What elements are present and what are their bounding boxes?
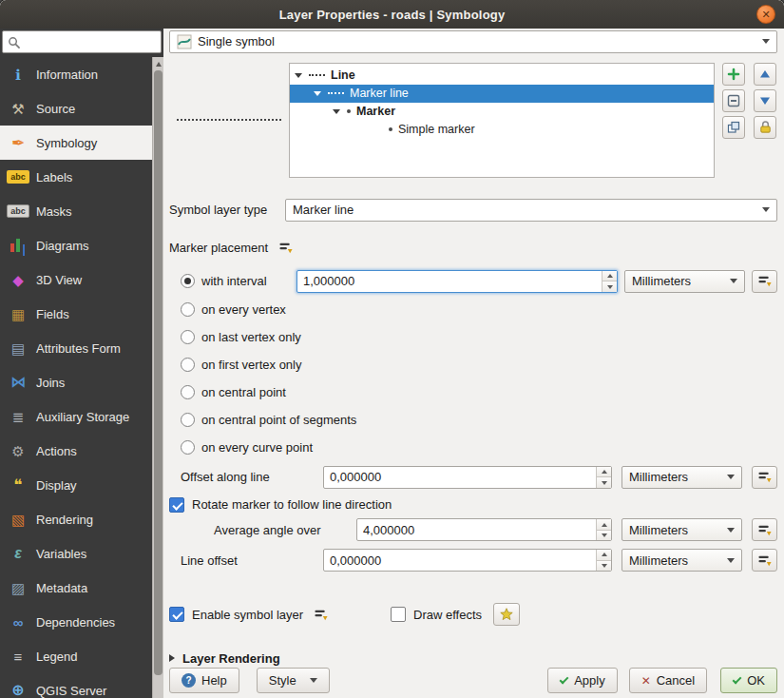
search-input[interactable] [25, 35, 156, 48]
data-defined-override-icon[interactable] [276, 240, 295, 257]
expander-icon[interactable] [294, 73, 303, 78]
apply-button[interactable]: Apply [547, 668, 618, 693]
offset-along-line-spinbox[interactable] [323, 466, 612, 489]
sidebar-item-masks[interactable]: abcMasks [0, 194, 152, 228]
remove-symbol-layer-button[interactable] [722, 89, 745, 112]
enable-symbol-layer-checkbox[interactable] [169, 607, 184, 622]
sidebar-scrollbar[interactable] [152, 57, 163, 698]
scroll-up-icon[interactable] [156, 62, 162, 67]
sidebar-item-variables[interactable]: εVariables [0, 536, 152, 571]
display-icon: ❝ [7, 475, 29, 495]
average-angle-unit-combo[interactable]: Millimeters [621, 518, 742, 541]
window-title: Layer Properties - roads | Symbology [279, 8, 506, 22]
interval-data-defined-button[interactable] [752, 270, 777, 293]
spin-up-button[interactable] [597, 519, 611, 530]
sidebar-item-actions[interactable]: ⚙Actions [0, 434, 152, 468]
tree-item-marker[interactable]: Marker [290, 103, 714, 121]
radio-on-first-vertex-only[interactable] [181, 358, 195, 372]
line-offset-data-defined-button[interactable] [752, 549, 777, 572]
interval-input[interactable] [297, 271, 602, 292]
spinner-buttons [596, 550, 611, 571]
symbology-icon: ✒ [7, 132, 29, 153]
sidebar-item-auxiliary-storage[interactable]: ≣Auxiliary Storage [0, 399, 152, 434]
radio-on-every-vertex[interactable] [181, 302, 195, 317]
offset-along-line-input[interactable] [324, 467, 596, 488]
close-button[interactable]: ✕ [756, 5, 775, 24]
radio-on-last-vertex-only[interactable] [181, 330, 195, 344]
effects-options-button[interactable] [493, 603, 520, 626]
interval-spinbox[interactable] [296, 270, 618, 293]
plus-icon [727, 68, 740, 81]
interval-unit-combo[interactable]: Millimeters [624, 270, 745, 293]
sidebar-item-display[interactable]: ❝Display [0, 468, 152, 502]
sidebar-item-source[interactable]: ⚒Source [0, 91, 152, 126]
expander-icon[interactable] [313, 91, 322, 96]
rotate-marker-checkbox[interactable] [169, 497, 184, 513]
offset-along-line-row: Offset along line Millimeters [169, 465, 777, 490]
symbol-layer-type-row: Symbol layer type Marker line [169, 199, 777, 222]
sidebar-item-dependencies[interactable]: ∞Dependencies [0, 605, 152, 639]
expander-icon[interactable] [332, 109, 341, 114]
radio-with-interval[interactable] [181, 274, 195, 288]
symbol-layers-tree[interactable]: Line Marker line Marker Simple ma [289, 63, 715, 178]
sidebar-item-label: Information [36, 68, 98, 82]
spin-down-button[interactable] [597, 560, 611, 572]
help-button[interactable]: ? Help [169, 668, 239, 693]
cancel-button[interactable]: ✕ Cancel [629, 668, 708, 693]
sidebar-item-information[interactable]: ℹInformation [0, 57, 152, 91]
add-symbol-layer-button[interactable] [722, 63, 745, 86]
single-symbol-icon [177, 34, 192, 49]
lock-color-button[interactable] [754, 116, 776, 139]
sidebar-item-legend[interactable]: ≡Legend [0, 639, 152, 673]
sidebar-item-joins[interactable]: ⋈Joins [0, 365, 152, 399]
radio-on-central-point-of-segments[interactable] [181, 413, 195, 427]
sidebar-item-rendering[interactable]: ▧Rendering [0, 502, 152, 536]
sidebar-search[interactable] [2, 30, 162, 53]
average-angle-spinbox[interactable] [356, 518, 612, 541]
sidebar-item-labels[interactable]: abcLabels [0, 160, 152, 194]
line-offset-spinbox[interactable] [323, 549, 612, 572]
average-angle-label: Average angle over [181, 523, 347, 537]
radio-on-central-point[interactable] [181, 385, 195, 399]
radio-on-every-curve-point[interactable] [181, 440, 195, 455]
sidebar-item-attributes-form[interactable]: ▤Attributes Form [0, 331, 152, 365]
tree-item-line[interactable]: Line [290, 67, 714, 85]
offset-unit-combo[interactable]: Millimeters [621, 466, 742, 489]
sidebar-item-label: Variables [36, 547, 86, 561]
sidebar-item-fields[interactable]: ▦Fields [0, 297, 152, 331]
line-offset-input[interactable] [324, 550, 596, 571]
spin-down-button[interactable] [597, 476, 611, 488]
sidebar-item-qgis-server[interactable]: ⊕QGIS Server [0, 673, 152, 698]
spin-up-button[interactable] [602, 271, 617, 281]
offset-data-defined-button[interactable] [752, 466, 777, 489]
spin-up-button[interactable] [597, 467, 611, 477]
data-defined-icon [278, 241, 293, 255]
ok-button[interactable]: OK [720, 668, 777, 693]
scrollbar-thumb[interactable] [154, 70, 163, 675]
sidebar-item-label: Dependencies [36, 615, 115, 630]
dialog-button-bar: ? Help Style Apply ✕ Cancel [169, 668, 777, 693]
move-up-button[interactable] [754, 63, 776, 86]
spin-down-button[interactable] [597, 530, 611, 541]
average-angle-data-defined-button[interactable] [752, 518, 777, 541]
average-angle-input[interactable] [357, 519, 596, 540]
move-down-button[interactable] [754, 89, 776, 112]
draw-effects-checkbox[interactable] [391, 607, 406, 622]
sidebar-item-3d-view[interactable]: ◆3D View [0, 262, 152, 297]
line-offset-unit-combo[interactable]: Millimeters [621, 549, 742, 572]
tree-item-simple-marker[interactable]: Simple marker [290, 121, 714, 139]
style-button[interactable]: Style [257, 668, 330, 693]
symbol-layer-type-combo[interactable]: Marker line [285, 199, 777, 222]
sidebar-item-diagrams[interactable]: Diagrams [0, 228, 152, 262]
enable-layer-data-defined-icon[interactable] [311, 606, 330, 623]
layer-rendering-section[interactable]: Layer Rendering [169, 649, 777, 668]
duplicate-symbol-layer-button[interactable] [722, 116, 745, 139]
spin-up-button[interactable] [597, 550, 611, 560]
spin-down-button[interactable] [602, 281, 617, 292]
sidebar-item-metadata[interactable]: ▨Metadata [0, 571, 152, 605]
renderer-combo[interactable]: Single symbol [169, 30, 777, 53]
sidebar-item-symbology[interactable]: ✒Symbology [0, 126, 152, 160]
titlebar[interactable]: Layer Properties - roads | Symbology ✕ [0, 0, 784, 29]
minus-icon [727, 94, 740, 107]
tree-item-marker-line[interactable]: Marker line [290, 85, 714, 103]
